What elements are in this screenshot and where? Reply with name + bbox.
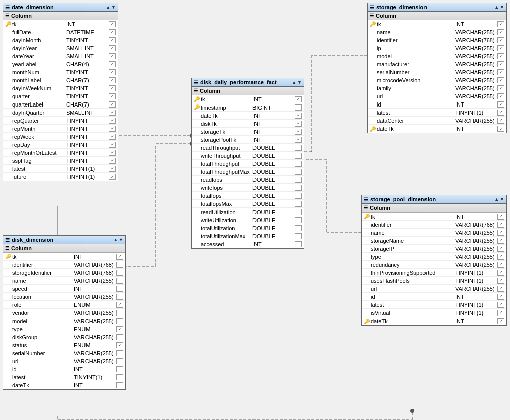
row-checkbox[interactable] [295, 169, 302, 175]
row-checkbox[interactable] [116, 350, 123, 356]
row-checkbox[interactable] [116, 286, 123, 292]
row-checkbox[interactable] [295, 177, 302, 183]
row-checkbox[interactable] [109, 142, 116, 148]
row-checkbox[interactable] [497, 270, 504, 276]
sort-asc-icon[interactable]: ▲ [106, 5, 110, 10]
row-checkbox[interactable] [109, 77, 116, 83]
row-checkbox[interactable] [109, 61, 116, 67]
row-checkbox[interactable] [109, 166, 116, 172]
row-checkbox[interactable] [116, 382, 123, 388]
row-checkbox[interactable] [295, 225, 302, 231]
row-checkbox[interactable] [295, 121, 302, 127]
row-checkbox[interactable] [497, 101, 504, 108]
row-checkbox[interactable] [295, 145, 302, 151]
row-checkbox[interactable] [295, 201, 302, 207]
row-checkbox[interactable] [109, 85, 116, 91]
row-checkbox[interactable] [116, 374, 123, 380]
row-checkbox[interactable] [116, 358, 123, 364]
row-checkbox[interactable] [116, 294, 123, 300]
sort-asc-icon[interactable]: ▲ [113, 237, 118, 242]
row-checkbox[interactable] [116, 318, 123, 324]
row-checkbox[interactable] [497, 254, 504, 260]
row-checkbox[interactable] [497, 294, 504, 300]
row-checkbox[interactable] [497, 310, 504, 316]
row-checkbox[interactable] [116, 334, 123, 340]
row-checkbox[interactable] [295, 129, 302, 135]
storage-pool-dimension-header[interactable]: ☰ storage_pool_dimension ▲ ▼ [362, 195, 506, 204]
row-checkbox[interactable] [497, 286, 504, 292]
row-checkbox[interactable] [497, 126, 504, 132]
row-checkbox[interactable] [116, 302, 123, 308]
row-checkbox[interactable] [497, 77, 504, 83]
sort-desc-icon[interactable]: ▼ [297, 80, 302, 85]
row-checkbox[interactable] [116, 262, 123, 268]
row-checkbox[interactable] [497, 21, 504, 27]
row-checkbox[interactable] [109, 45, 116, 51]
row-checkbox[interactable] [109, 69, 116, 75]
row-checkbox[interactable] [497, 45, 504, 51]
row-checkbox[interactable] [497, 214, 504, 220]
row-checkbox[interactable] [116, 254, 123, 260]
row-checkbox[interactable] [497, 230, 504, 236]
row-checkbox[interactable] [497, 318, 504, 324]
row-checkbox[interactable] [497, 29, 504, 35]
row-checkbox[interactable] [497, 118, 504, 124]
row-checkbox[interactable] [109, 93, 116, 99]
row-checkbox[interactable] [116, 326, 123, 332]
row-checkbox[interactable] [497, 85, 504, 91]
row-checkbox[interactable] [109, 134, 116, 140]
row-checkbox[interactable] [497, 278, 504, 284]
row-checkbox[interactable] [497, 262, 504, 268]
row-checkbox[interactable] [497, 302, 504, 308]
row-checkbox[interactable] [295, 209, 302, 215]
row-checkbox[interactable] [109, 101, 116, 108]
row-checkbox[interactable] [116, 310, 123, 316]
row-checkbox[interactable] [295, 185, 302, 191]
sort-desc-icon[interactable]: ▼ [119, 237, 123, 242]
row-checkbox[interactable] [116, 270, 123, 276]
row-checkbox[interactable] [497, 53, 504, 59]
storage-dimension-header[interactable]: ☰ storage_dimension ▲ ▼ [368, 3, 506, 12]
row-checkbox[interactable] [109, 53, 116, 59]
sort-desc-icon[interactable]: ▼ [111, 5, 116, 10]
sort-asc-icon[interactable]: ▲ [494, 197, 499, 202]
row-checkbox[interactable] [497, 238, 504, 244]
sort-asc-icon[interactable]: ▲ [292, 80, 296, 85]
row-checkbox[interactable] [295, 217, 302, 223]
row-checkbox[interactable] [109, 150, 116, 156]
row-checkbox[interactable] [295, 241, 302, 247]
row-checkbox[interactable] [116, 342, 123, 348]
row-checkbox[interactable] [116, 366, 123, 372]
row-checkbox[interactable] [295, 161, 302, 167]
row-checkbox[interactable] [116, 278, 123, 284]
row-checkbox[interactable] [109, 174, 116, 180]
date-dimension-header[interactable]: ☰ date_dimension ▲ ▼ [3, 3, 118, 12]
disk-dimension-header[interactable]: ☰ disk_dimension ▲ ▼ [3, 236, 125, 244]
row-checkbox[interactable] [295, 113, 302, 119]
row-checkbox[interactable] [109, 29, 116, 35]
row-checkbox[interactable] [109, 118, 116, 124]
sort-asc-icon[interactable]: ▲ [494, 5, 499, 10]
row-checkbox[interactable] [295, 104, 302, 111]
row-checkbox[interactable] [109, 158, 116, 164]
sort-desc-icon[interactable]: ▼ [500, 197, 504, 202]
row-checkbox[interactable] [295, 153, 302, 159]
row-checkbox[interactable] [497, 110, 504, 116]
sort-desc-icon[interactable]: ▼ [500, 5, 504, 10]
row-checkbox[interactable] [295, 233, 302, 239]
row-checkbox[interactable] [497, 69, 504, 75]
row-checkbox[interactable] [109, 110, 116, 116]
row-checkbox[interactable] [497, 37, 504, 43]
row-checkbox[interactable] [497, 93, 504, 99]
row-checkbox[interactable] [109, 37, 116, 43]
row-checkbox[interactable] [295, 193, 302, 199]
row-checkbox[interactable] [109, 21, 116, 27]
row-checkbox[interactable] [295, 96, 302, 102]
row-checkbox[interactable] [497, 246, 504, 252]
row-checkbox[interactable] [109, 126, 116, 132]
row-checkbox[interactable] [497, 222, 504, 228]
disk-daily-performance-fact-header[interactable]: ☰ disk_daily_performance_fact ▲ ▼ [192, 78, 304, 87]
row-checkbox[interactable] [497, 61, 504, 67]
row-checkbox[interactable] [295, 137, 302, 143]
table-row: urlVARCHAR(255) [3, 357, 125, 365]
